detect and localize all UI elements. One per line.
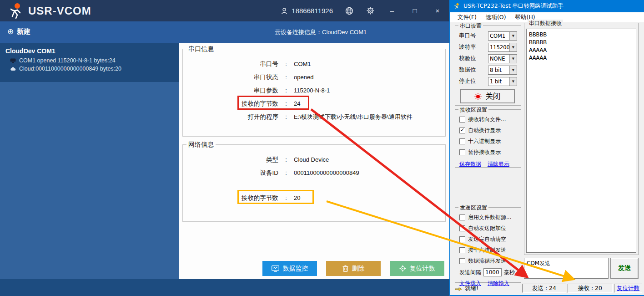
network-info-groupbox: 网络信息 类型: Cloud Device 设备ID: 000110000000… — [182, 144, 446, 222]
serial-data-receive-groupbox: 串口数据接收 BBBBB BBBBB AAAAA AAAAA — [524, 23, 639, 255]
checkbox[interactable] — [459, 128, 465, 133]
new-device-button[interactable]: ⊕ 新建 — [7, 27, 30, 36]
tcp-app-icon — [453, 3, 460, 10]
serial-port-icon — [10, 58, 16, 63]
vcom-toolbar: ⊕ 新建 云设备连接信息：CloudDev COM1 — [0, 21, 449, 43]
port-select[interactable]: COM1 ▼ — [488, 31, 517, 41]
serial-info-groupbox: 串口信息 串口号: COM1 串口状态: opened 串口参数: 115200… — [182, 49, 446, 137]
reset-count-link[interactable]: 复位计数 — [617, 285, 639, 292]
data-monitor-button[interactable]: 数据监控 — [262, 261, 317, 276]
trash-icon — [342, 265, 348, 272]
cloud-connection-info: 云设备连接信息：CloudDev COM1 — [275, 28, 367, 36]
clear-display-link[interactable]: 清除显示 — [488, 160, 509, 168]
device-cloud-status: Cloud:00011000000000000849 bytes:20 — [5, 66, 174, 72]
device-title: CloudDev COM1 — [5, 47, 174, 55]
dropdown-arrow-icon[interactable]: ▼ — [509, 55, 517, 63]
checkbox[interactable] — [459, 117, 465, 122]
receive-settings-title: 接收区设置 — [458, 106, 488, 114]
option-loop-send[interactable]: 数据流循环发送 — [455, 257, 521, 265]
option-pause-receive[interactable]: 暂停接收显示 — [455, 148, 521, 156]
receive-line: AAAAA — [529, 46, 634, 54]
red-led-icon — [474, 93, 482, 100]
option-receive-to-file[interactable]: 接收转向文件... — [455, 116, 521, 123]
checkbox[interactable] — [459, 236, 465, 242]
dropdown-arrow-icon[interactable]: ▼ — [509, 43, 517, 51]
plus-circle-icon: ⊕ — [7, 27, 14, 36]
serial-info-title: 串口信息 — [186, 45, 216, 53]
user-icon — [281, 7, 288, 15]
option-auto-send-append[interactable]: 自动发送附加位 — [455, 225, 521, 232]
receive-data-textarea[interactable]: BBBBB BBBBB AAAAA AAAAA — [526, 29, 636, 253]
checkbox[interactable] — [459, 214, 465, 220]
vcom-bottom-bar — [0, 279, 449, 296]
tcp-status-bar: 就绪! 发送 : 24 接收 : 20 复位计数 — [450, 282, 644, 294]
parity-select[interactable]: NONE ▼ — [488, 54, 517, 63]
status-reset-count[interactable]: 复位计数 — [614, 284, 642, 293]
checkbox[interactable] — [459, 149, 465, 155]
send-settings-title: 发送区设置 — [458, 204, 488, 212]
network-row-type: 类型: Cloud Device — [183, 153, 445, 166]
status-ready: 就绪! — [450, 285, 522, 292]
setting-row-stopbits: 停止位 1 bit ▼ — [455, 76, 521, 87]
checkbox[interactable] — [459, 138, 465, 144]
menu-options[interactable]: 选项(O) — [482, 13, 510, 22]
receive-line: BBBBB — [529, 39, 634, 46]
vcom-brand: USR-VCOM — [0, 3, 91, 19]
close-port-button[interactable]: 关闭 — [460, 89, 515, 103]
status-sent-count: 发送 : 24 — [522, 284, 566, 293]
option-hex-display[interactable]: 十六进制显示 — [455, 138, 521, 145]
checkbox[interactable] — [459, 258, 465, 264]
menu-file[interactable]: 文件(F) — [454, 13, 480, 22]
option-auto-newline[interactable]: 自动换行显示 — [455, 127, 521, 134]
stopbits-select[interactable]: 1 bit ▼ — [488, 77, 517, 86]
usr-tcp232-test-window: USR-TCP232-Test 串口转网络调试助手 文件(F) 选项(O) 帮助… — [449, 0, 644, 296]
minimize-button[interactable]: – — [387, 7, 397, 15]
send-interval-input[interactable]: 1000 — [483, 268, 502, 276]
usr-vcom-window: USR-VCOM 18866811926 — [0, 0, 449, 296]
dropdown-arrow-icon[interactable]: ▼ — [509, 32, 517, 40]
network-row-rx-bytes: 接收的字节数: 20 — [183, 191, 445, 204]
account-phone[interactable]: 18866811926 — [281, 7, 333, 15]
maximize-button[interactable]: □ — [409, 7, 420, 15]
send-data-input[interactable]: COM发送 — [524, 258, 609, 279]
checkbox[interactable] — [459, 247, 465, 253]
setting-row-baud: 波特率 115200 ▼ — [455, 41, 521, 53]
status-received-count: 接收 : 20 — [568, 284, 613, 293]
send-interval-row: 发送间隔 1000 毫秒 — [455, 268, 521, 276]
serial-row-port: 串口号: COM1 — [183, 57, 445, 71]
close-button[interactable]: × — [432, 7, 443, 15]
reset-target-icon — [399, 265, 406, 272]
sidebar-item-clouddev-com1[interactable]: CloudDev COM1 COM1 opened 115200-N-8-1 b… — [0, 43, 179, 82]
settings-gear-icon[interactable] — [366, 6, 375, 15]
network-info-title: 网络信息 — [186, 141, 216, 149]
device-serial-status: COM1 opened 115200-N-8-1 bytes:24 — [5, 57, 174, 64]
app-title: USR-VCOM — [28, 5, 91, 17]
serial-row-state: 串口状态: opened — [183, 71, 445, 84]
checkbox[interactable] — [459, 225, 465, 231]
baud-select[interactable]: 115200 ▼ — [488, 43, 517, 52]
databits-select[interactable]: 8 bit ▼ — [488, 66, 517, 75]
dropdown-arrow-icon[interactable]: ▼ — [509, 77, 517, 86]
language-globe-icon[interactable] — [345, 6, 354, 15]
serial-row-program: 打开的程序: E:\模块测试下载\小无线\串口服务器\通用软件 — [183, 110, 445, 123]
serial-settings-title: 串口设置 — [458, 22, 483, 30]
serial-row-rx-bytes: 接收的字节数: 24 — [183, 97, 445, 110]
option-send-as-hex[interactable]: 按十六进制发送 — [455, 246, 521, 254]
device-detail-panel: 串口信息 串口号: COM1 串口状态: opened 串口参数: 115200… — [179, 43, 449, 279]
delete-button[interactable]: 删除 — [326, 261, 381, 276]
serial-settings-groupbox: 串口设置 串口号 COM1 ▼ 波特率 115200 ▼ — [455, 26, 521, 106]
setting-row-port: 串口号 COM1 ▼ — [455, 30, 521, 41]
vcom-title-bar: USR-VCOM 18866811926 — [0, 0, 449, 21]
monitor-icon — [272, 265, 279, 272]
save-data-link[interactable]: 保存数据 — [459, 160, 481, 168]
device-sidebar: CloudDev COM1 COM1 opened 115200-N-8-1 b… — [0, 43, 179, 279]
cloud-icon — [10, 66, 16, 71]
option-clear-after-send[interactable]: 发送完自动清空 — [455, 235, 521, 243]
tcp-title-bar[interactable]: USR-TCP232-Test 串口转网络调试助手 — [450, 0, 644, 12]
send-button[interactable]: 发送 — [610, 258, 639, 279]
tcp-body: 串口设置 串口号 COM1 ▼ 波特率 115200 ▼ — [450, 22, 644, 295]
dropdown-arrow-icon[interactable]: ▼ — [509, 66, 517, 74]
reset-count-button[interactable]: 复位计数 — [390, 261, 444, 276]
option-file-data-source[interactable]: 启用文件数据源... — [455, 214, 521, 221]
send-settings-groupbox: 发送区设置 启用文件数据源... 自动发送附加位 发送完自动清空 按十六进制发送 — [455, 207, 521, 283]
